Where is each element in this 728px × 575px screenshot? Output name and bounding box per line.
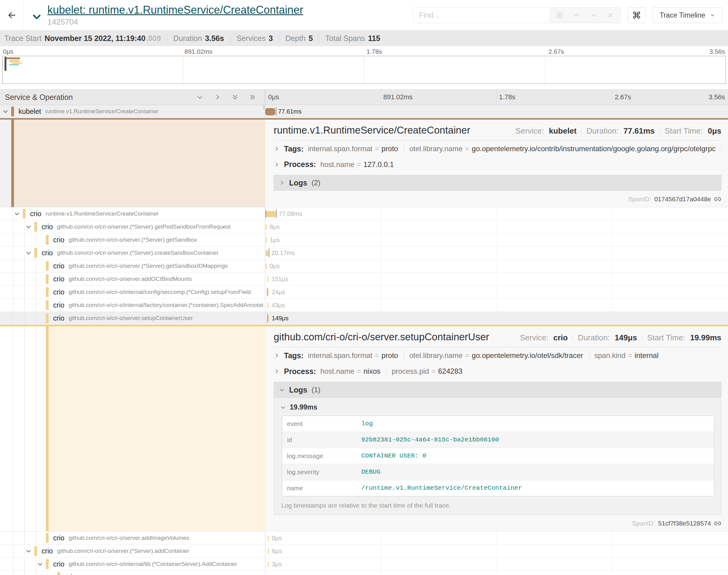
span-bar[interactable]	[268, 290, 269, 295]
process-accordion[interactable]: Process: host.name=nixosprocess.pid=6242…	[274, 363, 721, 379]
span-bar[interactable]	[266, 250, 268, 256]
span-timeline-cell[interactable]: 0μs	[265, 260, 728, 272]
timeline-minimap[interactable]	[2, 56, 726, 84]
span-timeline-cell[interactable]: 24μs	[265, 286, 728, 298]
span-name-cell[interactable]: criogithub.com/cri-o/cri-o/server.(*Serv…	[0, 221, 265, 233]
span-timeline-cell[interactable]: 1μs	[265, 233, 728, 246]
span-row[interactable]: criogithub.com/cri-o/cri-o/internal/lib.…	[0, 558, 728, 571]
next-match-chevron-down-icon[interactable]	[590, 11, 598, 19]
span-name-cell[interactable]: criogithub.com/cri-o/cri-o/internal/fact…	[0, 299, 265, 311]
collapse-one-chevron-down-icon[interactable]	[196, 94, 203, 101]
span-row[interactable]: criogithub.com/cri-o/cri-o/server.addIma…	[0, 532, 728, 545]
clear-search-close-icon[interactable]	[607, 11, 614, 19]
span-name-cell[interactable]: criogithub.com/cri-o/cri-o/server.(*Serv…	[0, 260, 265, 272]
collapse-all-double-chevron-down-icon[interactable]	[231, 94, 239, 101]
span-row[interactable]: crioruntime.v1.RuntimeService/CreateCont…	[0, 207, 728, 221]
tags-accordion[interactable]: Tags: internal.span.format=protootel.lib…	[274, 347, 721, 363]
summary-value: November 15 2022, 11:19:40	[45, 34, 145, 43]
find-controls	[550, 8, 620, 23]
tag-key: host.name	[321, 367, 355, 375]
span-row[interactable]: criogithub.com/cri-o/cri-o/server.(*Serv…	[0, 246, 728, 260]
log-field-value: CONTAINER USER: 0	[357, 448, 714, 464]
span-rows-middle: crioruntime.v1.RuntimeService/CreateCont…	[0, 207, 728, 325]
process-accordion[interactable]: Process: host.name=127.0.0.1	[274, 156, 721, 172]
minimap-scrubber-handle[interactable]	[5, 57, 6, 71]
span-name: kubeletruntime.v1.RuntimeService/CreateC…	[0, 105, 263, 118]
span-anchor-line	[267, 288, 268, 296]
logs-expanded-box: 19.99ms eventlogid92b82381-025c-4a64-815…	[274, 398, 721, 515]
tags-accordion[interactable]: Tags: internal.span.format=protootel.lib…	[274, 141, 721, 156]
span-bar[interactable]	[268, 303, 268, 308]
deep-link-icon[interactable]	[714, 520, 721, 527]
trace-view-select[interactable]: Trace Timeline	[653, 7, 723, 23]
span-bar[interactable]	[268, 277, 268, 282]
span-service: kubelet	[19, 107, 41, 116]
prev-match-chevron-up-icon[interactable]	[573, 11, 581, 19]
logs-accordion[interactable]: Logs (1)	[274, 382, 721, 398]
log-entry-toggle[interactable]: 19.99ms	[280, 403, 715, 411]
span-row[interactable]: criogithub.com/cri-o/cri-o/internal/lib/…	[0, 571, 728, 575]
duration-value: 77.61ms	[624, 126, 655, 136]
span-name-cell[interactable]: criogithub.com/cri-o/cri-o/server.(*Serv…	[0, 545, 265, 557]
span-timeline-cell[interactable]: 77.08ms	[265, 207, 728, 220]
span-name-cell[interactable]: criogithub.com/cri-o/cri-o/server.(*Serv…	[0, 233, 265, 246]
span-name-cell[interactable]: kubeletruntime.v1.RuntimeService/CreateC…	[0, 105, 265, 118]
span-bar[interactable]	[268, 536, 269, 541]
trace-title-link[interactable]: kubelet: runtime.v1.RuntimeService/Creat…	[47, 4, 303, 16]
span-timeline-cell[interactable]: 3μs	[265, 558, 728, 570]
span-name-cell[interactable]: criogithub.com/cri-o/cri-o/internal/conf…	[0, 286, 265, 298]
span-timeline-cell[interactable]: 151μs	[265, 273, 728, 285]
span-bar[interactable]	[268, 316, 269, 321]
span-bar[interactable]	[266, 211, 276, 217]
logs-accordion[interactable]: Logs (2)	[274, 175, 721, 191]
keyboard-shortcuts-button[interactable]: ⌘	[628, 7, 646, 23]
span-operation: github.com/cri-o/cri-o/internal/factory/…	[69, 302, 263, 308]
span-name-cell[interactable]: criogithub.com/cri-o/cri-o/internal/lib.…	[0, 558, 265, 570]
span-bar[interactable]	[266, 264, 267, 269]
span-row[interactable]: criogithub.com/cri-o/cri-o/server.(*Serv…	[0, 221, 728, 233]
span-row[interactable]: criogithub.com/cri-o/cri-o/internal/fact…	[0, 299, 728, 312]
span-service: crio	[53, 301, 64, 309]
span-timeline-cell[interactable]: 0μs	[265, 532, 728, 544]
back-button[interactable]	[0, 0, 24, 30]
span-timeline-cell[interactable]: 77.61ms	[265, 105, 728, 118]
span-bar[interactable]	[266, 224, 267, 230]
collapse-all-chevron-down-icon[interactable]	[32, 11, 42, 23]
span-bar[interactable]	[265, 108, 275, 115]
span-name-cell[interactable]: criogithub.com/cri-o/cri-o/server.setupC…	[0, 312, 265, 325]
span-bar[interactable]	[268, 562, 269, 567]
spanid-row: SpanID: 51cf7f38e5128574	[274, 520, 721, 527]
log-field-value: DEBUG	[357, 464, 714, 480]
span-name-cell[interactable]: criogithub.com/cri-o/cri-o/internal/lib/…	[0, 571, 265, 575]
trace-title-group: kubelet: runtime.v1.RuntimeService/Creat…	[32, 4, 303, 27]
span-timeline-cell[interactable]: 43μs	[265, 299, 728, 311]
span-row[interactable]: criogithub.com/cri-o/cri-o/internal/conf…	[0, 286, 728, 299]
span-name-cell[interactable]: criogithub.com/cri-o/cri-o/server.addIma…	[0, 532, 265, 544]
span-row[interactable]: criogithub.com/cri-o/cri-o/server.addOCI…	[0, 273, 728, 286]
span-timeline-cell[interactable]: 0μs	[265, 571, 728, 575]
span-name: crioruntime.v1.RuntimeService/CreateCont…	[0, 207, 263, 220]
span-name: criogithub.com/cri-o/cri-o/internal/conf…	[0, 286, 263, 298]
deep-link-icon[interactable]	[714, 196, 721, 203]
span-bar[interactable]	[268, 549, 269, 554]
span-service: crio	[42, 249, 53, 257]
span-timeline-cell[interactable]: 6μs	[265, 545, 728, 557]
span-timeline-cell[interactable]: 149μs	[265, 312, 728, 325]
expand-all-double-chevron-right-icon[interactable]	[249, 94, 256, 101]
span-row[interactable]: criogithub.com/cri-o/cri-o/server.(*Serv…	[0, 260, 728, 273]
span-row[interactable]: criogithub.com/cri-o/cri-o/server.setupC…	[0, 312, 728, 325]
span-row[interactable]: kubeletruntime.v1.RuntimeService/CreateC…	[0, 105, 728, 118]
span-name-cell[interactable]: criogithub.com/cri-o/cri-o/server.addOCI…	[0, 273, 265, 285]
focus-match-icon[interactable]	[556, 11, 564, 19]
span-timeline-cell[interactable]: 8μs	[265, 221, 728, 233]
span-name-cell[interactable]: crioruntime.v1.RuntimeService/CreateCont…	[0, 207, 265, 220]
duration-label: Duration:	[578, 333, 610, 342]
span-timeline-cell[interactable]: 20.17ms	[265, 246, 728, 259]
span-row[interactable]: criogithub.com/cri-o/cri-o/server.(*Serv…	[0, 545, 728, 558]
expand-one-chevron-right-icon[interactable]	[214, 94, 221, 101]
span-bar[interactable]	[266, 237, 267, 243]
span-name: criogithub.com/cri-o/cri-o/server.(*Serv…	[0, 233, 263, 246]
find-input[interactable]	[413, 8, 550, 23]
span-row[interactable]: criogithub.com/cri-o/cri-o/server.(*Serv…	[0, 233, 728, 246]
span-name-cell[interactable]: criogithub.com/cri-o/cri-o/server.(*Serv…	[0, 246, 265, 259]
